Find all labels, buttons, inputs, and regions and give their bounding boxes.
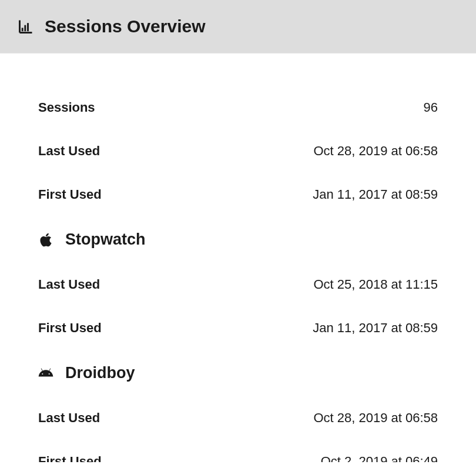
summary-row-first-used: First Used Jan 11, 2017 at 08:59 bbox=[38, 173, 438, 216]
first-used-value: Jan 11, 2017 at 08:59 bbox=[313, 320, 438, 336]
last-used-label: Last Used bbox=[38, 143, 100, 159]
app-name-label: Droidboy bbox=[65, 364, 135, 382]
apple-icon bbox=[38, 232, 53, 248]
last-used-value: Oct 25, 2018 at 11:15 bbox=[313, 277, 438, 292]
content-scroll-area[interactable]: Sessions 96 Last Used Oct 28, 2019 at 06… bbox=[0, 53, 476, 462]
app-header-stopwatch: Stopwatch bbox=[38, 216, 438, 263]
sessions-label: Sessions bbox=[38, 100, 95, 115]
first-used-label: First Used bbox=[38, 454, 102, 462]
app-name-label: Stopwatch bbox=[65, 230, 146, 249]
app-header-droidboy: Droidboy bbox=[38, 350, 438, 396]
first-used-value: Oct 2, 2019 at 06:49 bbox=[321, 454, 438, 462]
summary-row-last-used: Last Used Oct 28, 2019 at 06:58 bbox=[38, 129, 438, 173]
page-title: Sessions Overview bbox=[45, 16, 206, 36]
android-icon bbox=[38, 366, 53, 381]
first-used-label: First Used bbox=[38, 320, 102, 336]
last-used-label: Last Used bbox=[38, 410, 100, 426]
app-row-first-used: First Used Jan 11, 2017 at 08:59 bbox=[38, 306, 438, 350]
bar-chart-icon bbox=[18, 18, 34, 35]
last-used-value: Oct 28, 2019 at 06:58 bbox=[313, 143, 438, 159]
app-row-last-used: Last Used Oct 28, 2019 at 06:58 bbox=[38, 396, 438, 440]
first-used-value: Jan 11, 2017 at 08:59 bbox=[313, 187, 438, 202]
summary-row-sessions: Sessions 96 bbox=[38, 86, 438, 129]
last-used-value: Oct 28, 2019 at 06:58 bbox=[313, 410, 438, 426]
content: Sessions 96 Last Used Oct 28, 2019 at 06… bbox=[0, 54, 476, 462]
sessions-value: 96 bbox=[424, 100, 438, 115]
first-used-label: First Used bbox=[38, 187, 102, 202]
last-used-label: Last Used bbox=[38, 277, 100, 292]
app-row-first-used: First Used Oct 2, 2019 at 06:49 bbox=[38, 440, 438, 462]
page-header: Sessions Overview bbox=[0, 0, 476, 53]
app-row-last-used: Last Used Oct 25, 2018 at 11:15 bbox=[38, 263, 438, 306]
